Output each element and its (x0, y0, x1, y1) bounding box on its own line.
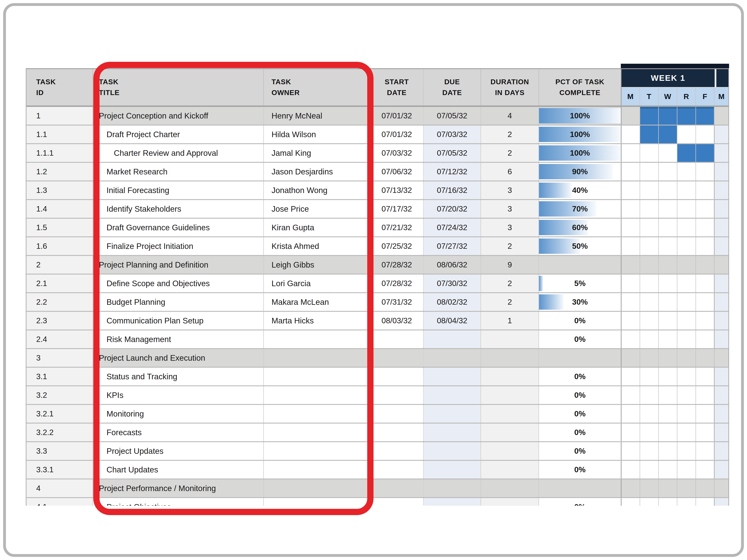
gantt-day-cell[interactable] (640, 367, 659, 385)
gantt-day-cell[interactable] (621, 275, 640, 292)
start-date-cell[interactable] (370, 479, 423, 497)
gantt-day-cell[interactable] (640, 330, 659, 348)
task-owner-cell[interactable] (264, 498, 370, 506)
gantt-day-cell[interactable] (696, 442, 715, 460)
due-date-cell[interactable]: 07/16/32 (423, 181, 481, 199)
due-date-cell[interactable]: 07/12/32 (423, 163, 481, 180)
gantt-day-cell[interactable] (659, 312, 677, 330)
gantt-day-cell[interactable] (659, 256, 677, 274)
due-date-cell[interactable]: 08/04/32 (423, 312, 481, 330)
gantt-day-cell[interactable] (621, 237, 640, 255)
task-title-cell[interactable]: Project Objectives (93, 498, 264, 506)
task-title-cell[interactable]: Define Scope and Objectives (93, 275, 264, 292)
gantt-day-cell[interactable] (677, 424, 696, 441)
pct-complete-cell[interactable]: 30% (539, 293, 621, 311)
gantt-day-cell[interactable] (640, 181, 659, 199)
gantt-day-cell[interactable] (696, 275, 715, 292)
start-date-cell[interactable]: 07/21/32 (370, 219, 423, 236)
start-date-cell[interactable]: 07/31/32 (370, 293, 423, 311)
gantt-day-cell[interactable] (696, 126, 715, 143)
task-owner-cell[interactable] (264, 386, 370, 404)
start-date-cell[interactable]: 07/03/32 (370, 144, 423, 162)
gantt-day-cell[interactable] (715, 237, 728, 255)
due-date-cell[interactable] (423, 367, 481, 385)
task-id-cell[interactable]: 2 (26, 256, 93, 274)
gantt-day-header[interactable]: F (696, 87, 715, 105)
task-title-cell[interactable]: Budget Planning (93, 293, 264, 311)
gantt-day-cell[interactable] (621, 293, 640, 311)
gantt-day-cell[interactable] (696, 479, 715, 497)
task-title-cell[interactable]: Project Performance / Monitoring (93, 479, 264, 497)
gantt-day-cell[interactable] (621, 386, 640, 404)
gantt-day-cell[interactable] (715, 181, 728, 199)
task-title-cell[interactable]: Draft Governance Guidelines (93, 219, 264, 236)
due-date-cell[interactable] (423, 424, 481, 441)
pct-complete-cell[interactable]: 0% (539, 498, 621, 506)
due-date-cell[interactable] (423, 442, 481, 460)
gantt-day-cell[interactable] (659, 461, 677, 479)
task-id-cell[interactable]: 2.2 (26, 293, 93, 311)
gantt-day-cell[interactable] (715, 330, 728, 348)
gantt-day-cell[interactable] (621, 405, 640, 423)
task-owner-cell[interactable] (264, 330, 370, 348)
gantt-day-cell[interactable] (677, 181, 696, 199)
gantt-day-cell[interactable] (659, 349, 677, 367)
gantt-day-cell[interactable] (621, 367, 640, 385)
task-id-cell[interactable]: 1.5 (26, 219, 93, 236)
pct-complete-cell[interactable]: 60% (539, 219, 621, 236)
duration-cell[interactable]: 2 (481, 293, 539, 311)
task-owner-cell[interactable]: Jason Desjardins (264, 163, 370, 180)
gantt-day-cell[interactable] (621, 200, 640, 218)
gantt-day-cell[interactable] (621, 312, 640, 330)
gantt-day-cell[interactable] (659, 498, 677, 506)
gantt-day-cell[interactable] (715, 479, 728, 497)
task-owner-cell[interactable] (264, 405, 370, 423)
task-id-cell[interactable]: 3.1 (26, 367, 93, 385)
gantt-day-cell[interactable] (659, 330, 677, 348)
gantt-day-cell[interactable] (677, 386, 696, 404)
due-date-cell[interactable] (423, 498, 481, 506)
gantt-day-cell[interactable] (715, 367, 728, 385)
task-owner-cell[interactable]: Marta Hicks (264, 312, 370, 330)
gantt-day-cell[interactable] (659, 424, 677, 441)
duration-cell[interactable]: 1 (481, 312, 539, 330)
task-id-cell[interactable]: 3.2 (26, 386, 93, 404)
due-date-cell[interactable]: 07/30/32 (423, 275, 481, 292)
gantt-day-cell[interactable] (640, 219, 659, 236)
gantt-day-cell[interactable] (621, 219, 640, 236)
gantt-day-cell[interactable] (715, 200, 728, 218)
gantt-day-cell[interactable] (696, 386, 715, 404)
task-owner-cell[interactable]: Jamal King (264, 144, 370, 162)
gantt-day-cell[interactable] (621, 163, 640, 180)
gantt-day-cell[interactable] (677, 293, 696, 311)
gantt-day-header[interactable]: R (677, 87, 696, 105)
gantt-day-cell[interactable] (640, 349, 659, 367)
duration-cell[interactable] (481, 461, 539, 479)
gantt-day-cell[interactable] (621, 424, 640, 441)
gantt-day-cell[interactable] (677, 498, 696, 506)
start-date-cell[interactable] (370, 349, 423, 367)
gantt-day-header[interactable]: M (715, 87, 728, 105)
start-date-cell[interactable]: 07/01/32 (370, 107, 423, 125)
gantt-day-cell[interactable] (659, 219, 677, 236)
start-date-cell[interactable] (370, 405, 423, 423)
gantt-day-cell[interactable] (677, 367, 696, 385)
due-date-cell[interactable]: 08/02/32 (423, 293, 481, 311)
gantt-day-cell[interactable] (659, 275, 677, 292)
task-title-cell[interactable]: Project Launch and Execution (93, 349, 264, 367)
gantt-day-cell[interactable] (640, 461, 659, 479)
task-id-cell[interactable]: 1.6 (26, 237, 93, 255)
duration-cell[interactable] (481, 424, 539, 441)
gantt-day-cell[interactable] (677, 461, 696, 479)
task-owner-cell[interactable] (264, 349, 370, 367)
gantt-day-cell[interactable] (659, 144, 677, 162)
gantt-day-cell[interactable] (715, 163, 728, 180)
task-owner-cell[interactable] (264, 442, 370, 460)
task-title-cell[interactable]: Draft Project Charter (93, 126, 264, 143)
gantt-day-cell[interactable] (696, 349, 715, 367)
column-header-task-owner[interactable]: TASK OWNER (264, 69, 370, 105)
gantt-day-cell[interactable] (696, 367, 715, 385)
gantt-day-cell[interactable] (621, 256, 640, 274)
gantt-day-cell[interactable] (715, 424, 728, 441)
due-date-cell[interactable]: 07/05/32 (423, 107, 481, 125)
